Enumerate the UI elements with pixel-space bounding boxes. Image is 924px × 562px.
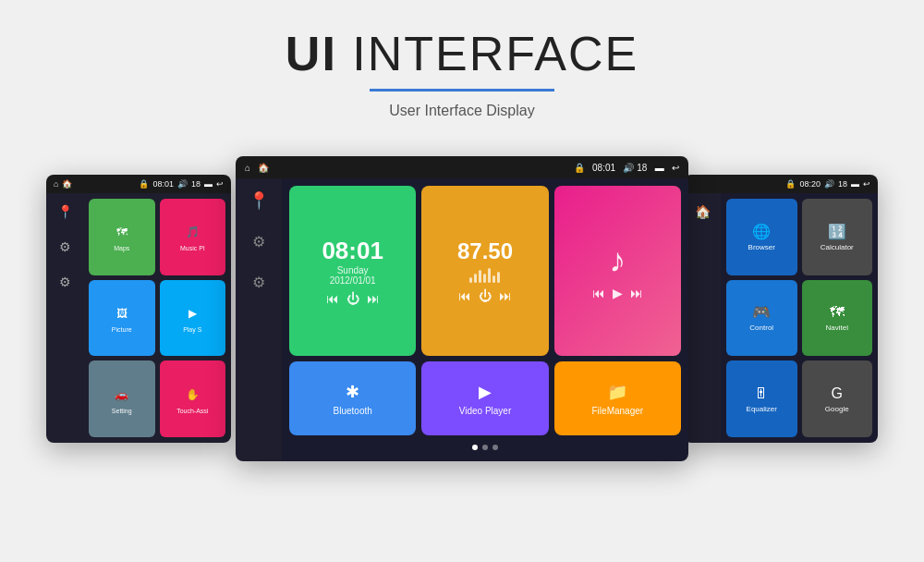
navitel-label: Navitel	[826, 324, 848, 332]
page-dots	[289, 441, 681, 454]
center-location-icon[interactable]: 📍	[248, 189, 270, 212]
navitel-tile[interactable]: 🗺 Navitel	[802, 280, 873, 357]
bluetooth-label: Bluetooth	[334, 406, 372, 416]
touch-assist-tile[interactable]: ✋ Touch-Assi	[160, 360, 226, 437]
subtitle: User Interface Display	[286, 103, 638, 119]
equalizer-icon: 🎚	[754, 385, 769, 402]
left-screen-body: 📍 ⚙ ⚙ 🗺 Maps 🎵 Music Pl 🖼 Picture	[46, 193, 231, 443]
radio-power-btn[interactable]: ⏻	[479, 288, 492, 303]
title-interface: INTERFACE	[337, 27, 638, 80]
screen-center: ⌂ 🏠 🔒 08:01 🔊 18 ▬ ↩ 📍 ⚙ ⚙ 08:01 Sunday …	[236, 156, 688, 461]
video-label: Video Player	[459, 406, 512, 416]
play-store-tile[interactable]: ▶ Play S	[160, 280, 226, 357]
status-right-info: 🔒 08:01 🔊 18 ▬ ↩	[139, 179, 224, 189]
browser-tile[interactable]: 🌐 Browser	[726, 199, 797, 275]
location-icon: 📍	[54, 201, 76, 223]
center-sidebar: 📍 ⚙ ⚙	[236, 178, 282, 461]
navitel-icon: 🗺	[830, 304, 845, 321]
left-app-grid: 🗺 Maps 🎵 Music Pl 🖼 Picture ▶ Play S 🚗	[83, 193, 231, 443]
center-status-left: ⌂ 🏠	[245, 163, 269, 173]
maps-tile[interactable]: 🗺 Maps	[89, 199, 155, 275]
music-next-btn[interactable]: ⏭	[630, 286, 643, 300]
title-ui: UI	[286, 27, 337, 80]
frequency-display: 87.50	[457, 238, 513, 264]
center-status-bar: ⌂ 🏠 🔒 08:01 🔊 18 ▬ ↩	[236, 156, 688, 178]
screen-right: 🔒 08:20 🔊 18 ▬ ↩ 🏠 🌐 Browser 🔢 Calculato…	[684, 175, 878, 443]
music-tile-center: ♪ ⏮ ▶ ⏭	[554, 186, 681, 356]
calculator-tile[interactable]: 🔢 Calculator	[802, 199, 873, 275]
radio-tile: 87.50 ⏮ ⏻ ⏭	[421, 186, 548, 356]
video-icon: ▶	[479, 382, 492, 402]
browser-label: Browser	[748, 243, 775, 251]
date-display: 2012/01/01	[330, 275, 376, 286]
car-icon: 🚗	[112, 385, 132, 405]
center-gear-icon[interactable]: ⚙	[248, 271, 270, 293]
right-status-right: 🔒 08:20 🔊 18 ▬ ↩	[785, 179, 870, 189]
settings-tile[interactable]: 🚗 Setting	[89, 360, 155, 437]
music-tile[interactable]: 🎵 Music Pl	[160, 199, 226, 275]
google-label: Google	[825, 405, 849, 413]
right-status-bar: 🔒 08:20 🔊 18 ▬ ↩	[684, 175, 878, 193]
music-prev-btn[interactable]: ⏮	[592, 286, 605, 300]
screen-left: ⌂ 🏠 🔒 08:01 🔊 18 ▬ ↩ 📍 ⚙ ⚙ 🗺 Maps	[46, 175, 231, 443]
gear-icon[interactable]: ⚙	[54, 271, 76, 293]
right-home-icon: 🏠	[691, 201, 713, 223]
page-header: UI INTERFACE User Interface Display	[286, 0, 638, 119]
left-sidebar: 📍 ⚙ ⚙	[46, 193, 83, 443]
prev-btn[interactable]: ⏮	[326, 291, 339, 306]
control-label: Control	[749, 324, 773, 332]
maps-icon: 🗺	[112, 222, 132, 242]
center-top-tiles: 08:01 Sunday 2012/01/01 ⏮ ⏻ ⏭ 87.50	[289, 186, 681, 356]
picture-icon: 🖼	[112, 303, 132, 324]
dot-3[interactable]	[492, 445, 498, 450]
screens-container: ⌂ 🏠 🔒 08:01 🔊 18 ▬ ↩ 📍 ⚙ ⚙ 🗺 Maps	[0, 147, 924, 480]
right-sidebar: 🏠	[684, 193, 721, 443]
bluetooth-tile[interactable]: ✱ Bluetooth	[289, 361, 416, 435]
next-btn[interactable]: ⏭	[367, 291, 380, 306]
time-tile: 08:01 Sunday 2012/01/01 ⏮ ⏻ ⏭	[289, 186, 416, 356]
time-controls: ⏮ ⏻ ⏭	[326, 291, 380, 306]
calculator-label: Calculator	[821, 243, 854, 251]
left-status-bar: ⌂ 🏠 🔒 08:01 🔊 18 ▬ ↩	[46, 175, 231, 193]
equalizer-tile[interactable]: 🎚 Equalizer	[726, 360, 797, 437]
touch-icon: ✋	[182, 385, 202, 405]
right-screen-body: 🏠 🌐 Browser 🔢 Calculator 🎮 Control 🗺 N	[684, 193, 878, 443]
video-player-tile[interactable]: ▶ Video Player	[421, 361, 548, 435]
time-display: 08:01	[322, 237, 383, 265]
day-display: Sunday	[337, 265, 369, 275]
google-tile[interactable]: G Google	[802, 360, 873, 437]
power-btn[interactable]: ⏻	[346, 291, 359, 306]
google-icon: G	[832, 385, 843, 402]
center-body: 📍 ⚙ ⚙ 08:01 Sunday 2012/01/01 ⏮ ⏻ ⏭	[236, 178, 688, 461]
picture-tile[interactable]: 🖼 Picture	[89, 280, 155, 357]
music-play-btn[interactable]: ▶	[613, 286, 623, 300]
radio-prev-btn[interactable]: ⏮	[458, 288, 471, 303]
radio-next-btn[interactable]: ⏭	[499, 288, 512, 303]
calculator-icon: 🔢	[828, 223, 846, 240]
music-note-icon: ♪	[609, 241, 626, 280]
browser-icon: 🌐	[752, 223, 771, 240]
radio-controls: ⏮ ⏻ ⏭	[458, 288, 512, 303]
bluetooth-icon: ✱	[346, 382, 359, 402]
filemanager-tile[interactable]: 📁 FileManager	[554, 361, 681, 435]
main-title: UI INTERFACE	[286, 26, 638, 81]
dot-2[interactable]	[482, 445, 488, 450]
steering-icon: 🎮	[752, 303, 771, 321]
dot-1[interactable]	[472, 445, 478, 450]
filemanager-label: FileManager	[592, 406, 644, 416]
right-app-grid: 🌐 Browser 🔢 Calculator 🎮 Control 🗺 Navit…	[721, 193, 878, 443]
folder-icon: 📁	[607, 382, 627, 402]
music-icon: 🎵	[182, 222, 202, 242]
status-left-icons: ⌂ 🏠	[54, 179, 72, 189]
audio-wave	[469, 264, 500, 283]
center-status-right: 🔒 08:01 🔊 18 ▬ ↩	[574, 163, 679, 173]
title-underline	[370, 89, 554, 92]
settings-sliders-icon[interactable]: ⚙	[54, 236, 76, 258]
center-bottom-tiles: ✱ Bluetooth ▶ Video Player 📁 FileManager	[289, 361, 681, 435]
center-sliders-icon[interactable]: ⚙	[248, 230, 270, 252]
center-main-area: 08:01 Sunday 2012/01/01 ⏮ ⏻ ⏭ 87.50	[282, 178, 688, 461]
equalizer-label: Equalizer	[747, 405, 777, 413]
play-icon: ▶	[182, 303, 202, 324]
music-controls: ⏮ ▶ ⏭	[592, 286, 643, 300]
control-tile[interactable]: 🎮 Control	[726, 280, 797, 357]
